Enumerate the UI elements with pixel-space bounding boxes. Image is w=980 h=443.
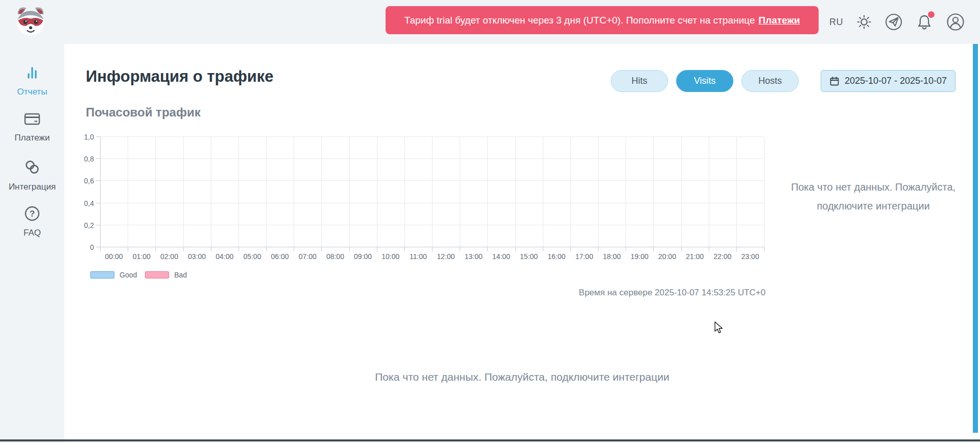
x-tick-label: 09:00 — [354, 252, 372, 261]
legend-label: Bad — [174, 271, 187, 279]
server-time: Время на сервере 2025-10-07 14:53:25 UTC… — [511, 288, 766, 298]
header-actions: RU — [829, 0, 965, 44]
tab-visits[interactable]: Visits — [676, 70, 733, 92]
link-icon — [23, 158, 41, 178]
legend-item: Good — [90, 271, 137, 279]
y-tick-label: 0,8 — [84, 155, 94, 163]
x-tick-label: 10:00 — [381, 252, 399, 261]
tab-hits[interactable]: Hits — [611, 70, 668, 92]
date-range-value: 2025-10-07 - 2025-10-07 — [845, 76, 947, 86]
sidebar-item-label: Платежи — [15, 133, 50, 143]
telegram-icon[interactable] — [885, 13, 902, 31]
sidebar-item-payments[interactable]: Платежи — [0, 111, 64, 151]
x-tick-label: 04:00 — [216, 252, 233, 261]
legend-label: Good — [119, 271, 137, 279]
sidebar-item-label: Отчеты — [17, 87, 47, 97]
sidebar-item-label: FAQ — [23, 228, 41, 238]
tab-hosts[interactable]: Hosts — [742, 70, 799, 92]
sidebar-item-faq[interactable]: ? FAQ — [0, 205, 64, 245]
section-title: Почасовой трафик — [86, 105, 201, 120]
x-tick-label: 13:00 — [465, 252, 483, 261]
no-data-bottom-message: Пока что нет данных. Пожалуйста, подключ… — [64, 371, 980, 383]
chart-legend: GoodBad — [90, 271, 187, 279]
x-tick-label: 11:00 — [410, 252, 427, 261]
calendar-icon — [829, 76, 840, 86]
bottom-divider-bar — [0, 439, 980, 441]
notifications-bell-icon[interactable] — [916, 14, 933, 30]
legend-swatch — [90, 271, 114, 278]
sidebar-nav: Отчеты Платежи Интеграция — [0, 64, 64, 245]
x-tick-label: 18:00 — [603, 252, 621, 261]
x-tick-label: 15:00 — [520, 252, 538, 261]
traffic-metric-tabs: Hits Visits Hosts — [611, 70, 799, 92]
x-tick-label: 02:00 — [160, 252, 178, 261]
x-axis-labels: 00:0001:0002:0003:0004:0005:0006:0007:00… — [100, 247, 764, 262]
x-tick-label: 00:00 — [105, 252, 123, 261]
svg-text:?: ? — [30, 209, 35, 219]
y-tick-label: 0,6 — [84, 177, 94, 185]
y-tick-label: 0,2 — [84, 221, 94, 229]
account-icon[interactable] — [946, 13, 965, 31]
question-circle-icon: ? — [24, 205, 40, 224]
vertical-scrollbar-thumb[interactable] — [973, 44, 978, 433]
x-tick-label: 12:00 — [437, 252, 455, 261]
banner-payments-link[interactable]: Платежи — [758, 15, 800, 26]
x-tick-label: 21:00 — [686, 252, 704, 261]
x-tick-label: 17:00 — [575, 252, 593, 261]
legend-item: Bad — [145, 271, 187, 279]
sidebar-item-integration[interactable]: Интеграция — [0, 158, 64, 198]
y-tick-label: 0 — [90, 243, 94, 251]
sidebar-item-label: Интеграция — [9, 182, 56, 192]
x-tick-label: 23:00 — [741, 252, 759, 261]
x-tick-label: 20:00 — [658, 252, 676, 261]
y-axis-labels: 00,20,40,60,81,0 — [71, 137, 94, 247]
y-tick-label: 1,0 — [84, 133, 94, 141]
plot-area — [100, 137, 764, 247]
banner-text: Тариф trial будет отключен через 3 дня (… — [404, 15, 755, 26]
raccoon-logo-icon — [13, 4, 48, 38]
y-tick-label: 0,4 — [84, 199, 94, 207]
theme-sun-icon[interactable] — [856, 14, 872, 30]
x-tick-label: 05:00 — [243, 252, 261, 261]
x-tick-label: 01:00 — [133, 252, 151, 261]
x-tick-label: 06:00 — [271, 252, 289, 261]
logo-raccoon[interactable] — [13, 4, 48, 38]
x-tick-label: 14:00 — [492, 252, 510, 261]
x-tick-label: 03:00 — [188, 252, 206, 261]
x-tick-label: 08:00 — [326, 252, 344, 261]
language-switcher[interactable]: RU — [829, 17, 843, 28]
app-canvas: Тариф trial будет отключен через 3 дня (… — [0, 0, 980, 443]
sidebar-item-reports[interactable]: Отчеты — [0, 64, 64, 104]
x-tick-label: 22:00 — [713, 252, 731, 261]
x-tick-label: 19:00 — [631, 252, 649, 261]
date-range-picker[interactable]: 2025-10-07 - 2025-10-07 — [821, 70, 955, 92]
trial-warning-banner: Тариф trial будет отключен через 3 дня (… — [386, 6, 819, 34]
credit-card-icon — [23, 111, 41, 129]
notification-dot — [928, 11, 935, 18]
bar-chart-icon — [24, 64, 40, 83]
x-tick-label: 07:00 — [299, 252, 317, 261]
x-tick-label: 16:00 — [547, 252, 565, 261]
no-data-side-message: Пока что нет данных. Пожалуйста, подключ… — [786, 178, 960, 216]
legend-swatch — [145, 271, 169, 278]
page-title: Информация о трафике — [86, 67, 274, 86]
